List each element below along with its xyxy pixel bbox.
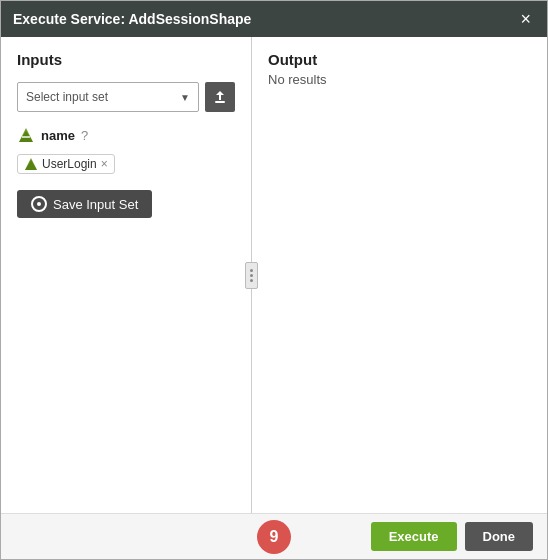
field-type-icon	[17, 126, 35, 144]
select-placeholder: Select input set	[26, 90, 108, 104]
divider-dot-2	[250, 274, 253, 277]
divider-dot-1	[250, 269, 253, 272]
tag-label: UserLogin	[42, 157, 97, 171]
select-input-set-inner: Select input set ▼	[26, 90, 190, 104]
notification-badge: 9	[257, 520, 291, 554]
svg-rect-3	[22, 136, 30, 138]
field-label-row: name ?	[17, 126, 235, 144]
upload-button[interactable]	[205, 82, 235, 112]
save-input-set-button[interactable]: Save Input Set	[17, 190, 152, 218]
field-name-label: name	[41, 128, 75, 143]
no-results-text: No results	[268, 72, 531, 87]
footer: 9 Execute Done	[1, 513, 547, 559]
select-row: Select input set ▼	[17, 82, 235, 112]
save-icon	[31, 196, 47, 212]
divider-dots	[250, 269, 253, 282]
tag-item: UserLogin ×	[17, 154, 115, 174]
svg-marker-5	[25, 160, 37, 170]
svg-rect-0	[215, 101, 225, 103]
execute-button[interactable]: Execute	[371, 522, 457, 551]
tag-item-icon	[24, 157, 38, 171]
help-icon[interactable]: ?	[81, 128, 88, 143]
close-button[interactable]: ×	[516, 10, 535, 28]
divider-handle[interactable]	[245, 262, 258, 289]
done-button[interactable]: Done	[465, 522, 534, 551]
select-input-set[interactable]: Select input set ▼	[17, 82, 199, 112]
divider-dot-3	[250, 279, 253, 282]
upload-icon	[212, 89, 228, 105]
title-bar: Execute Service: AddSessionShape ×	[1, 1, 547, 37]
dialog: Execute Service: AddSessionShape × Input…	[0, 0, 548, 560]
dialog-title: Execute Service: AddSessionShape	[13, 11, 251, 27]
tag-remove-button[interactable]: ×	[101, 158, 108, 170]
chevron-down-icon: ▼	[180, 92, 190, 103]
panel-divider	[251, 37, 252, 513]
content-area: Inputs Select input set ▼	[1, 37, 547, 513]
inputs-panel: Inputs Select input set ▼	[1, 37, 251, 513]
output-panel: Output No results	[252, 37, 547, 513]
tag-row: UserLogin ×	[17, 154, 235, 174]
output-title: Output	[268, 51, 531, 68]
save-button-label: Save Input Set	[53, 197, 138, 212]
inputs-title: Inputs	[17, 51, 235, 68]
